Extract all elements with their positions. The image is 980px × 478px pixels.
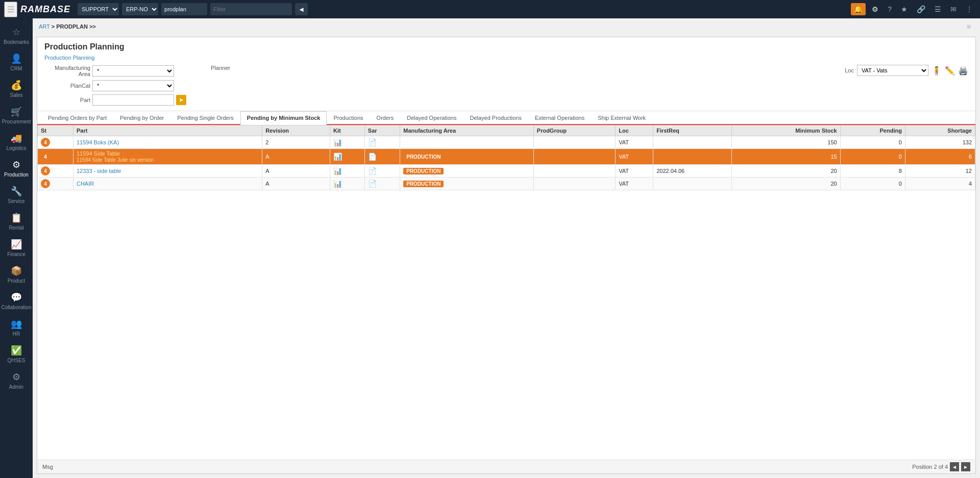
manufacturing-area-select[interactable]: * xyxy=(92,65,174,77)
settings-icon-button[interactable]: ⚙ xyxy=(869,3,881,15)
cell-status: 4 xyxy=(38,165,74,178)
sar-icon[interactable]: 📄 xyxy=(368,167,377,175)
col-header-part: Part xyxy=(73,125,262,136)
sar-icon[interactable]: 📄 xyxy=(368,153,377,161)
search-button[interactable]: ◄ xyxy=(295,3,308,15)
sar-icon[interactable]: 📄 xyxy=(368,138,377,146)
prev-page-button[interactable]: ◄ xyxy=(950,462,959,471)
next-page-button[interactable]: ► xyxy=(961,462,970,471)
part-row: Part ➤ xyxy=(44,94,186,106)
page-subtitle[interactable]: Production Planning xyxy=(37,54,975,62)
kit-icon[interactable]: 📊 xyxy=(333,153,342,161)
sidebar-label-logistics: Logistics xyxy=(7,145,27,151)
sidebar-item-admin[interactable]: ⚙ Admin xyxy=(0,367,33,394)
cell-status: 4 xyxy=(38,136,74,149)
cell-loc: VAT xyxy=(616,178,653,190)
cell-shortage: 132 xyxy=(905,136,975,149)
part-link[interactable]: 11594 Side Table xyxy=(77,150,120,157)
cell-firstreq xyxy=(653,136,732,149)
cell-sar[interactable]: 📄 xyxy=(364,149,400,165)
sidebar-item-qhses[interactable]: ✅ QHSES xyxy=(0,341,33,367)
sar-icon[interactable]: 📄 xyxy=(368,180,377,188)
plancat-label: PlanCat xyxy=(44,83,90,89)
sidebar-item-product[interactable]: 📦 Product xyxy=(0,261,33,288)
part-arrow-button[interactable]: ➤ xyxy=(176,95,186,105)
msg-label: Msg xyxy=(42,464,53,470)
sidebar-item-logistics[interactable]: 🚚 Logistics xyxy=(0,129,33,155)
kit-icon[interactable]: 📊 xyxy=(333,167,342,175)
tab-external-operations[interactable]: External Operations xyxy=(528,111,591,124)
breadcrumb-path: ART > PRODPLAN >> xyxy=(39,23,96,30)
table-row[interactable]: 4CHAIRA📊📄PRODUCTIONVAT2004 xyxy=(38,178,975,190)
support-select[interactable]: SUPPORT xyxy=(78,3,119,15)
table-row[interactable]: 412333 - side tableA📊📄PRODUCTIONVAT2022.… xyxy=(38,165,975,178)
person-icon[interactable]: 🧍 xyxy=(932,66,942,76)
status-bar: Msg Position 2 of 4 ◄ ► xyxy=(37,460,975,473)
table-row[interactable]: 411594 Boks (KA)2📊📄VAT1500132 xyxy=(38,136,975,149)
hamburger-button[interactable]: ☰ xyxy=(4,2,17,17)
col-header-sar: Sar xyxy=(364,125,400,136)
favorites-button[interactable]: ★ xyxy=(898,3,911,15)
sidebar-item-service[interactable]: 🔧 Service xyxy=(0,182,33,208)
filter-input[interactable] xyxy=(210,3,292,15)
plancat-row: PlanCat * xyxy=(44,80,186,91)
part-input[interactable] xyxy=(92,94,174,106)
cell-sar[interactable]: 📄 xyxy=(364,178,400,190)
module-input[interactable] xyxy=(161,3,207,15)
filter-form: Manufacturing Area * PlanCat * Part xyxy=(37,62,975,111)
pencil-icon[interactable]: ✏️ xyxy=(945,66,955,76)
tab-productions[interactable]: Productions xyxy=(327,111,370,124)
cell-firstreq: 2022.04.06 xyxy=(653,165,732,178)
breadcrumb-art-link[interactable]: ART xyxy=(39,23,50,30)
sidebar-item-production[interactable]: ⚙ Production xyxy=(0,155,33,182)
cell-kit[interactable]: 📊 xyxy=(330,178,365,190)
tab-pending-orders-by-part[interactable]: Pending Orders by Part xyxy=(41,111,113,124)
table-row[interactable]: 411594 Side Table11594 Side Table Julie … xyxy=(38,149,975,165)
sidebar-item-procurement[interactable]: 🛒 Procurement xyxy=(0,102,33,129)
part-link[interactable]: 12333 - side table xyxy=(77,168,121,174)
top-navbar: ☰ RAMBASE SUPPORT ERP-NO ◄ 🔔 ⚙ ? ★ 🔗 ☰ ✉… xyxy=(0,0,980,18)
tab-pending-by-minimum-stock[interactable]: Pending by Minimum Stock xyxy=(240,111,327,125)
erp-select[interactable]: ERP-NO xyxy=(122,3,158,15)
tab-orders[interactable]: Orders xyxy=(370,111,401,124)
sidebar-label-hr: HR xyxy=(13,331,20,337)
kit-icon[interactable]: 📊 xyxy=(333,180,342,188)
col-header-prodgroup: ProdGroup xyxy=(533,125,615,136)
cell-shortage: 12 xyxy=(905,165,975,178)
cell-part: 11594 Side Table11594 Side Table Julie s… xyxy=(73,149,262,165)
cell-manufacturing-area xyxy=(400,136,534,149)
help-button[interactable]: ? xyxy=(885,3,895,15)
breadcrumb-menu-button[interactable]: ≡ xyxy=(964,20,974,33)
mail-button[interactable]: ✉ xyxy=(947,3,960,15)
tab-delayed-productions[interactable]: Delayed Productions xyxy=(463,111,528,124)
kit-icon[interactable]: 📊 xyxy=(333,138,342,146)
cell-sar[interactable]: 📄 xyxy=(364,136,400,149)
plancat-select[interactable]: * xyxy=(92,80,174,91)
sidebar-item-finance[interactable]: 📈 Finance xyxy=(0,235,33,261)
cell-kit[interactable]: 📊 xyxy=(330,149,365,165)
sidebar-item-sales[interactable]: 💰 Sales xyxy=(0,76,33,102)
cell-kit[interactable]: 📊 xyxy=(330,165,365,178)
tab-ship-external-work[interactable]: Ship External Work xyxy=(591,111,652,124)
sidebar-item-hr[interactable]: 👥 HR xyxy=(0,314,33,341)
tab-pending-single-orders[interactable]: Pending Single Orders xyxy=(170,111,240,124)
more-button[interactable]: ⋮ xyxy=(963,3,976,15)
alert-button[interactable]: 🔔 xyxy=(851,3,866,15)
part-link[interactable]: 11594 Boks (KA) xyxy=(77,139,119,145)
service-icon: 🔧 xyxy=(11,186,22,197)
tab-pending-by-order[interactable]: Pending by Order xyxy=(113,111,170,124)
link-button[interactable]: 🔗 xyxy=(914,3,928,15)
sidebar-item-collaboration[interactable]: 💬 Collaboration xyxy=(0,288,33,314)
sidebar-label-finance: Finance xyxy=(7,251,26,257)
print-icon[interactable]: 🖨️ xyxy=(958,66,968,76)
sidebar-label-procurement: Procurement xyxy=(2,119,31,124)
tab-delayed-operations[interactable]: Delayed Operations xyxy=(400,111,463,124)
part-link[interactable]: CHAIR xyxy=(77,181,94,187)
loc-select[interactable]: VAT - Vats xyxy=(857,65,928,76)
cell-kit[interactable]: 📊 xyxy=(330,136,365,149)
cell-sar[interactable]: 📄 xyxy=(364,165,400,178)
sidebar-item-rental[interactable]: 📋 Rental xyxy=(0,208,33,235)
sidebar-item-crm[interactable]: 👤 CRM xyxy=(0,49,33,76)
menu-icon-button[interactable]: ☰ xyxy=(932,3,944,15)
sidebar-item-bookmarks[interactable]: ☆ Bookmarks xyxy=(0,22,33,49)
